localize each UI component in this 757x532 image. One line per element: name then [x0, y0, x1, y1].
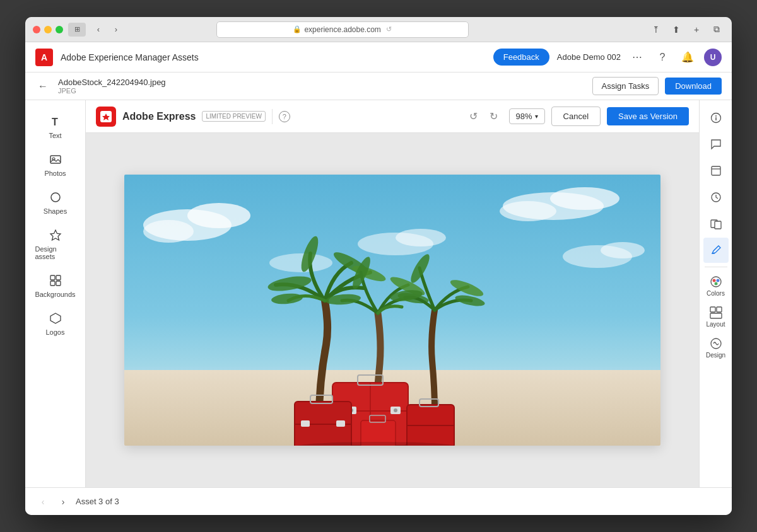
- svg-rect-74: [717, 307, 722, 312]
- express-help-icon[interactable]: ?: [279, 111, 290, 122]
- svg-rect-5: [50, 275, 55, 280]
- appbar-right: Feedback Adobe Demo 002 ⋯ ? 🔔 U: [493, 49, 722, 66]
- sidebar-item-text[interactable]: T Text: [30, 108, 81, 146]
- backgrounds-label: Backgrounds: [35, 291, 75, 298]
- asset-count: Asset 3 of 3: [76, 497, 119, 506]
- express-bar: Adobe Express LIMITED PREVIEW ? ↺ ↻ 98% …: [86, 100, 699, 133]
- zoom-chevron-icon: ▾: [535, 113, 538, 120]
- svg-point-21: [601, 242, 645, 258]
- comments-panel-button[interactable]: [703, 132, 729, 157]
- design-tool-button[interactable]: Design: [702, 333, 730, 362]
- download-button[interactable]: Download: [665, 78, 722, 95]
- svg-point-69: [711, 277, 721, 287]
- prev-asset-button[interactable]: ‹: [35, 494, 50, 509]
- redo-button[interactable]: ↻: [485, 108, 503, 125]
- backgrounds-icon: [49, 273, 62, 288]
- photos-label: Photos: [44, 170, 66, 177]
- assign-tasks-button[interactable]: Assign Tasks: [592, 77, 659, 95]
- express-bar-right: ↺ ↻ 98% ▾ Cancel Save as Version: [465, 107, 689, 126]
- design-panel-button[interactable]: [703, 238, 729, 263]
- apps-icon[interactable]: ⋯: [628, 49, 646, 66]
- zoom-control[interactable]: 98% ▾: [509, 108, 545, 124]
- maximize-button[interactable]: [56, 26, 63, 33]
- svg-rect-7: [50, 281, 55, 286]
- adobe-logo: A: [35, 49, 53, 66]
- minimize-button[interactable]: [44, 26, 52, 33]
- svg-point-62: [715, 115, 717, 117]
- design-label: Design: [706, 352, 725, 359]
- sidebar-item-backgrounds[interactable]: Backgrounds: [30, 267, 81, 304]
- info-panel-button[interactable]: [703, 105, 729, 130]
- user-avatar[interactable]: U: [704, 49, 722, 66]
- shapes-label: Shapes: [44, 207, 67, 215]
- next-asset-button[interactable]: ›: [56, 494, 71, 509]
- svg-point-16: [500, 201, 556, 221]
- titlebar-icon-4[interactable]: ⧉: [709, 22, 724, 37]
- titlebar-icon-2[interactable]: ⬆: [669, 22, 684, 37]
- colors-tool-button[interactable]: Colors: [702, 271, 730, 301]
- sidebar-item-shapes[interactable]: Shapes: [30, 183, 81, 221]
- forward-nav-btn[interactable]: ›: [109, 23, 124, 37]
- address-bar[interactable]: 🔒 experience.adobe.com ↺: [216, 21, 469, 38]
- express-logo: [96, 107, 116, 127]
- history-panel-button[interactable]: [703, 185, 729, 210]
- svg-rect-1: [50, 156, 61, 163]
- versions-panel-button[interactable]: [703, 158, 729, 183]
- sidebar-toggle-btn[interactable]: ⊞: [68, 23, 86, 37]
- sidebar-item-logos[interactable]: Logos: [30, 304, 81, 342]
- canvas-image: [124, 175, 660, 446]
- cancel-button[interactable]: Cancel: [551, 107, 601, 126]
- app-title: Adobe Experience Manager Assets: [61, 52, 199, 62]
- svg-marker-9: [50, 313, 61, 323]
- colors-label: Colors: [707, 290, 725, 297]
- traffic-lights: [33, 26, 63, 33]
- help-icon[interactable]: ?: [654, 49, 671, 66]
- canvas-area[interactable]: [86, 133, 699, 487]
- svg-point-71: [716, 279, 719, 282]
- url-text: experience.adobe.com: [304, 25, 380, 34]
- layout-tool-button[interactable]: Layout: [702, 302, 730, 332]
- logos-icon: [49, 311, 62, 326]
- back-button[interactable]: ←: [35, 79, 50, 94]
- express-logo-inner: [100, 111, 112, 122]
- titlebar-icon-1[interactable]: ⤒: [648, 22, 664, 37]
- svg-text:T: T: [52, 117, 58, 127]
- feedback-button[interactable]: Feedback: [493, 49, 549, 66]
- file-type: JPEG: [58, 87, 166, 95]
- sidebar-item-photos[interactable]: Photos: [30, 146, 81, 183]
- svg-point-13: [143, 220, 194, 243]
- titlebar-icon-3[interactable]: +: [689, 22, 704, 37]
- express-name: Adobe Express: [122, 111, 196, 122]
- svg-point-19: [269, 253, 332, 272]
- svg-rect-51: [336, 420, 345, 427]
- titlebar-right: ⤒ ⬆ + ⧉: [648, 22, 724, 37]
- editor-main: Adobe Express LIMITED PREVIEW ? ↺ ↻ 98% …: [86, 100, 699, 487]
- bottombar: ‹ › Asset 3 of 3: [25, 487, 732, 515]
- undo-button[interactable]: ↺: [465, 108, 483, 125]
- back-nav-btn[interactable]: ‹: [91, 23, 106, 37]
- save-as-version-button[interactable]: Save as Version: [607, 107, 689, 125]
- gallery-panel-button[interactable]: [703, 211, 729, 236]
- svg-rect-67: [715, 221, 721, 229]
- main-window: ⊞ ‹ › 🔒 experience.adobe.com ↺ ⤒ ⬆ + ⧉ A…: [25, 17, 732, 515]
- nav-buttons: ‹ ›: [91, 23, 124, 37]
- svg-point-72: [714, 282, 717, 286]
- svg-point-3: [51, 193, 60, 202]
- svg-rect-8: [56, 281, 61, 286]
- close-button[interactable]: [33, 26, 40, 33]
- design-assets-icon: [49, 228, 62, 243]
- shapes-icon: [49, 190, 62, 205]
- sidebar-item-design-assets[interactable]: Design assets: [30, 221, 81, 267]
- photos-icon: [49, 152, 62, 167]
- svg-point-70: [712, 279, 715, 282]
- svg-rect-50: [301, 420, 310, 427]
- text-icon: T: [49, 114, 62, 129]
- notifications-icon[interactable]: 🔔: [679, 49, 696, 66]
- appbar: A Adobe Experience Manager Assets Feedba…: [25, 42, 732, 72]
- limited-preview-badge: LIMITED PREVIEW: [202, 111, 265, 122]
- file-name: AdobeStock_242204940.jpeg: [58, 78, 166, 87]
- avatar-initial: U: [710, 53, 716, 62]
- undo-redo-controls: ↺ ↻: [465, 108, 503, 125]
- logos-label: Logos: [46, 328, 65, 336]
- svg-rect-6: [56, 275, 61, 280]
